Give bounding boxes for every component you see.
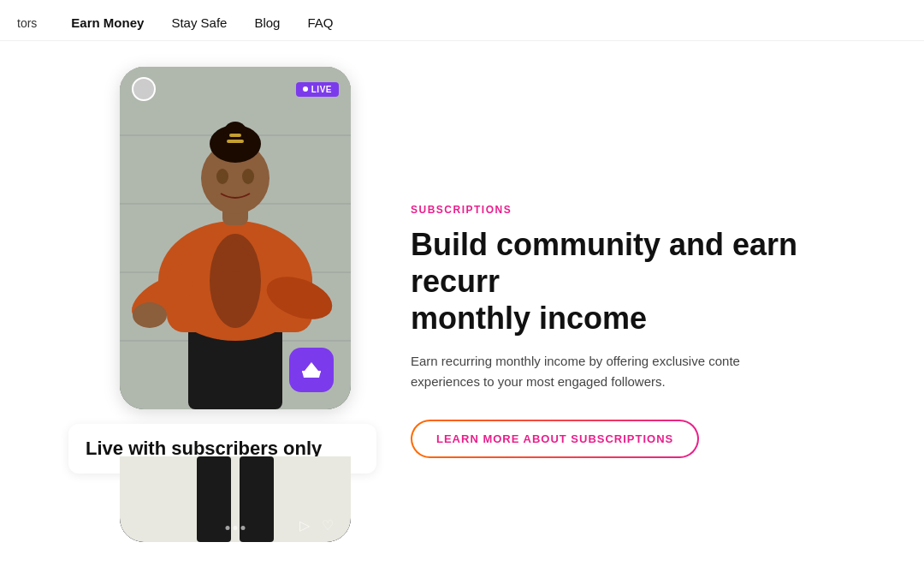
svg-rect-21 — [229, 134, 241, 137]
top-navigation: tors Earn Money Stay Safe Blog FAQ — [0, 0, 924, 41]
svg-rect-20 — [227, 140, 244, 143]
phone-top-row: LIVE — [120, 77, 351, 101]
main-nav: Earn Money Stay Safe Blog FAQ — [71, 15, 333, 30]
brand-partial: tors — [17, 16, 37, 30]
section-label: SUBSCRIPTIONS — [411, 204, 890, 216]
dot-3 — [241, 526, 246, 530]
phone-bottom-dots — [226, 526, 246, 530]
title-line1: Build community and earn recurr — [411, 227, 797, 299]
main-content: LIVE Live with subscribers only — [0, 41, 924, 475]
cta-button-wrapper[interactable]: LEARN MORE ABOUT SUBSCRIPTIONS — [411, 420, 699, 458]
phone-crown-area — [289, 348, 334, 392]
profile-circle — [132, 77, 156, 101]
section-title: Build community and earn recurr monthly … — [411, 226, 890, 337]
live-dot — [303, 86, 308, 92]
svg-point-15 — [216, 169, 228, 184]
live-badge-text: LIVE — [311, 85, 332, 94]
phone-mockup-secondary: ▷ ♡ — [120, 456, 351, 542]
phone-area: LIVE Live with subscribers only — [34, 67, 359, 409]
title-line2: monthly income — [411, 301, 647, 336]
nav-item-blog[interactable]: Blog — [254, 15, 280, 30]
crown-circle — [289, 348, 334, 392]
nav-item-faq[interactable]: FAQ — [307, 15, 333, 30]
dot-1 — [226, 526, 230, 530]
right-panel: SUBSCRIPTIONS Build community and earn r… — [411, 67, 890, 458]
phone-mockup-primary: LIVE — [120, 67, 351, 409]
svg-point-10 — [133, 302, 167, 328]
nav-item-stay-safe[interactable]: Stay Safe — [171, 15, 227, 30]
svg-point-16 — [242, 169, 254, 184]
share-icon: ▷ — [299, 517, 310, 533]
nav-item-earn-money[interactable]: Earn Money — [71, 15, 144, 30]
phone-bottom-image: ▷ ♡ — [120, 456, 351, 542]
cta-button[interactable]: LEARN MORE ABOUT SUBSCRIPTIONS — [412, 421, 697, 456]
section-description: Earn recurring monthly income by offerin… — [411, 351, 770, 392]
crown-icon — [300, 361, 323, 379]
dot-2 — [234, 526, 238, 530]
phone-bottom-icons: ▷ ♡ — [299, 517, 334, 533]
live-badge: LIVE — [296, 82, 339, 97]
heart-icon: ♡ — [322, 517, 334, 533]
